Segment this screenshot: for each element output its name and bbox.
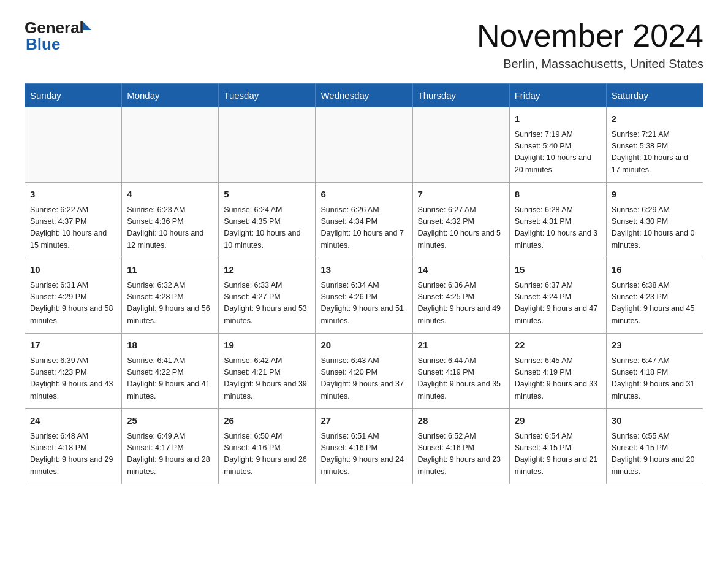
calendar-week-row: 10Sunrise: 6:31 AM Sunset: 4:29 PM Dayli… bbox=[25, 258, 703, 334]
day-number: 20 bbox=[320, 339, 407, 353]
calendar-week-row: 1Sunrise: 7:19 AM Sunset: 5:40 PM Daylig… bbox=[25, 107, 703, 183]
calendar-cell bbox=[316, 107, 412, 183]
calendar-cell: 14Sunrise: 6:36 AM Sunset: 4:25 PM Dayli… bbox=[412, 258, 509, 334]
col-header-friday: Friday bbox=[509, 84, 606, 107]
day-number: 30 bbox=[612, 414, 698, 428]
calendar-cell: 21Sunrise: 6:44 AM Sunset: 4:19 PM Dayli… bbox=[412, 334, 509, 409]
calendar-cell: 25Sunrise: 6:49 AM Sunset: 4:17 PM Dayli… bbox=[122, 409, 219, 484]
calendar-cell bbox=[412, 107, 509, 183]
day-info: Sunrise: 6:38 AM Sunset: 4:23 PM Dayligh… bbox=[612, 280, 698, 327]
calendar-cell: 17Sunrise: 6:39 AM Sunset: 4:23 PM Dayli… bbox=[25, 334, 122, 409]
calendar-cell: 4Sunrise: 6:23 AM Sunset: 4:36 PM Daylig… bbox=[122, 183, 219, 258]
calendar-cell: 23Sunrise: 6:47 AM Sunset: 4:18 PM Dayli… bbox=[606, 334, 703, 409]
day-number: 29 bbox=[515, 414, 601, 428]
day-number: 22 bbox=[515, 339, 601, 353]
day-number: 21 bbox=[418, 339, 504, 353]
calendar-cell: 19Sunrise: 6:42 AM Sunset: 4:21 PM Dayli… bbox=[219, 334, 316, 409]
day-number: 16 bbox=[612, 263, 698, 277]
calendar-cell: 15Sunrise: 6:37 AM Sunset: 4:24 PM Dayli… bbox=[509, 258, 606, 334]
calendar-cell: 8Sunrise: 6:28 AM Sunset: 4:31 PM Daylig… bbox=[509, 183, 606, 258]
day-info: Sunrise: 6:23 AM Sunset: 4:36 PM Dayligh… bbox=[127, 204, 213, 252]
calendar-header-row: SundayMondayTuesdayWednesdayThursdayFrid… bbox=[25, 84, 703, 107]
day-info: Sunrise: 6:22 AM Sunset: 4:37 PM Dayligh… bbox=[30, 204, 116, 252]
calendar-week-row: 17Sunrise: 6:39 AM Sunset: 4:23 PM Dayli… bbox=[25, 334, 703, 409]
calendar-cell: 22Sunrise: 6:45 AM Sunset: 4:19 PM Dayli… bbox=[509, 334, 606, 409]
day-info: Sunrise: 6:39 AM Sunset: 4:23 PM Dayligh… bbox=[30, 355, 116, 403]
day-info: Sunrise: 6:26 AM Sunset: 4:34 PM Dayligh… bbox=[320, 204, 407, 252]
day-info: Sunrise: 7:19 AM Sunset: 5:40 PM Dayligh… bbox=[515, 129, 601, 177]
calendar-cell bbox=[25, 107, 122, 183]
day-info: Sunrise: 6:27 AM Sunset: 4:32 PM Dayligh… bbox=[418, 204, 504, 252]
calendar-cell: 24Sunrise: 6:48 AM Sunset: 4:18 PM Dayli… bbox=[25, 409, 122, 484]
day-number: 6 bbox=[320, 188, 407, 202]
col-header-monday: Monday bbox=[122, 84, 219, 107]
calendar-cell: 26Sunrise: 6:50 AM Sunset: 4:16 PM Dayli… bbox=[219, 409, 316, 484]
day-number: 4 bbox=[127, 188, 213, 202]
day-info: Sunrise: 6:42 AM Sunset: 4:21 PM Dayligh… bbox=[224, 355, 310, 403]
calendar-week-row: 24Sunrise: 6:48 AM Sunset: 4:18 PM Dayli… bbox=[25, 409, 703, 484]
day-number: 7 bbox=[418, 188, 504, 202]
title-area: November 2024 Berlin, Massachusetts, Uni… bbox=[477, 18, 703, 71]
day-info: Sunrise: 6:55 AM Sunset: 4:15 PM Dayligh… bbox=[612, 431, 698, 478]
day-info: Sunrise: 6:31 AM Sunset: 4:29 PM Dayligh… bbox=[30, 280, 116, 327]
col-header-sunday: Sunday bbox=[25, 84, 122, 107]
page-header: General Blue November 2024 Berlin, Massa… bbox=[25, 18, 703, 71]
day-info: Sunrise: 6:51 AM Sunset: 4:16 PM Dayligh… bbox=[320, 431, 407, 478]
calendar-cell: 2Sunrise: 7:21 AM Sunset: 5:38 PM Daylig… bbox=[606, 107, 703, 183]
day-number: 18 bbox=[127, 339, 213, 353]
subtitle: Berlin, Massachusetts, United States bbox=[477, 57, 703, 71]
day-info: Sunrise: 6:48 AM Sunset: 4:18 PM Dayligh… bbox=[30, 431, 116, 478]
day-number: 17 bbox=[30, 339, 116, 353]
calendar-cell: 12Sunrise: 6:33 AM Sunset: 4:27 PM Dayli… bbox=[219, 258, 316, 334]
day-number: 9 bbox=[612, 188, 698, 202]
day-number: 5 bbox=[224, 188, 310, 202]
calendar-cell: 30Sunrise: 6:55 AM Sunset: 4:15 PM Dayli… bbox=[606, 409, 703, 484]
day-number: 3 bbox=[30, 188, 116, 202]
calendar-cell: 1Sunrise: 7:19 AM Sunset: 5:40 PM Daylig… bbox=[509, 107, 606, 183]
day-info: Sunrise: 6:41 AM Sunset: 4:22 PM Dayligh… bbox=[127, 355, 213, 403]
calendar-week-row: 3Sunrise: 6:22 AM Sunset: 4:37 PM Daylig… bbox=[25, 183, 703, 258]
day-number: 23 bbox=[612, 339, 698, 353]
day-info: Sunrise: 6:49 AM Sunset: 4:17 PM Dayligh… bbox=[127, 431, 213, 478]
col-header-tuesday: Tuesday bbox=[219, 84, 316, 107]
day-info: Sunrise: 6:29 AM Sunset: 4:30 PM Dayligh… bbox=[612, 204, 698, 252]
calendar-cell: 6Sunrise: 6:26 AM Sunset: 4:34 PM Daylig… bbox=[316, 183, 412, 258]
day-info: Sunrise: 6:43 AM Sunset: 4:20 PM Dayligh… bbox=[320, 355, 407, 403]
day-info: Sunrise: 6:44 AM Sunset: 4:19 PM Dayligh… bbox=[418, 355, 504, 403]
day-number: 28 bbox=[418, 414, 504, 428]
calendar-cell bbox=[219, 107, 316, 183]
day-info: Sunrise: 6:52 AM Sunset: 4:16 PM Dayligh… bbox=[418, 431, 504, 478]
day-number: 27 bbox=[320, 414, 407, 428]
day-info: Sunrise: 6:24 AM Sunset: 4:35 PM Dayligh… bbox=[224, 204, 310, 252]
calendar-table: SundayMondayTuesdayWednesdayThursdayFrid… bbox=[25, 83, 703, 484]
col-header-saturday: Saturday bbox=[606, 84, 703, 107]
day-number: 24 bbox=[30, 414, 116, 428]
calendar-cell: 18Sunrise: 6:41 AM Sunset: 4:22 PM Dayli… bbox=[122, 334, 219, 409]
calendar-cell bbox=[122, 107, 219, 183]
day-number: 10 bbox=[30, 263, 116, 277]
day-info: Sunrise: 6:33 AM Sunset: 4:27 PM Dayligh… bbox=[224, 280, 310, 327]
day-info: Sunrise: 6:34 AM Sunset: 4:26 PM Dayligh… bbox=[320, 280, 407, 327]
calendar-cell: 7Sunrise: 6:27 AM Sunset: 4:32 PM Daylig… bbox=[412, 183, 509, 258]
day-number: 15 bbox=[515, 263, 601, 277]
calendar-cell: 5Sunrise: 6:24 AM Sunset: 4:35 PM Daylig… bbox=[219, 183, 316, 258]
day-number: 13 bbox=[320, 263, 407, 277]
day-number: 8 bbox=[515, 188, 601, 202]
day-info: Sunrise: 6:45 AM Sunset: 4:19 PM Dayligh… bbox=[515, 355, 601, 403]
day-number: 26 bbox=[224, 414, 310, 428]
day-number: 1 bbox=[515, 112, 601, 126]
day-number: 11 bbox=[127, 263, 213, 277]
day-number: 25 bbox=[127, 414, 213, 428]
calendar-cell: 3Sunrise: 6:22 AM Sunset: 4:37 PM Daylig… bbox=[25, 183, 122, 258]
day-info: Sunrise: 6:47 AM Sunset: 4:18 PM Dayligh… bbox=[612, 355, 698, 403]
day-info: Sunrise: 7:21 AM Sunset: 5:38 PM Dayligh… bbox=[612, 129, 698, 177]
logo: General Blue bbox=[25, 18, 91, 54]
logo-blue-text: Blue bbox=[26, 35, 60, 54]
day-info: Sunrise: 6:28 AM Sunset: 4:31 PM Dayligh… bbox=[515, 204, 601, 252]
day-info: Sunrise: 6:37 AM Sunset: 4:24 PM Dayligh… bbox=[515, 280, 601, 327]
col-header-wednesday: Wednesday bbox=[316, 84, 412, 107]
calendar-cell: 29Sunrise: 6:54 AM Sunset: 4:15 PM Dayli… bbox=[509, 409, 606, 484]
day-number: 2 bbox=[612, 112, 698, 126]
calendar-cell: 10Sunrise: 6:31 AM Sunset: 4:29 PM Dayli… bbox=[25, 258, 122, 334]
day-info: Sunrise: 6:50 AM Sunset: 4:16 PM Dayligh… bbox=[224, 431, 310, 478]
